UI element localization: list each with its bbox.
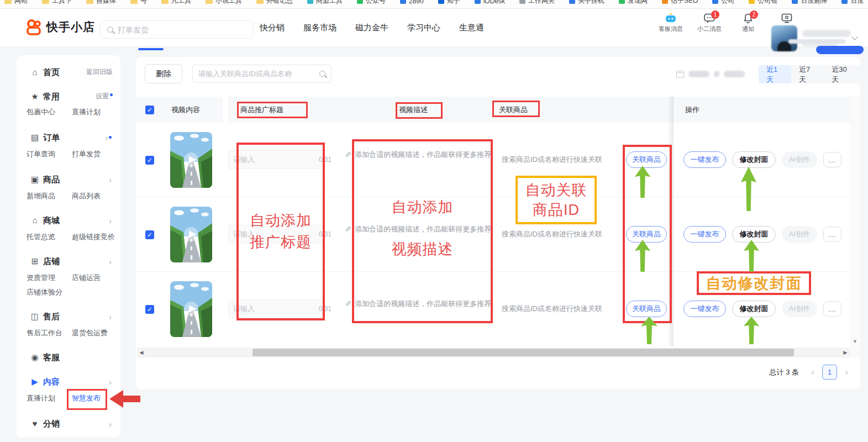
bookmark-item[interactable]: 头手挂机: [569, 0, 604, 6]
avatar[interactable]: [771, 25, 797, 51]
sidebar-link-qualification[interactable]: 资质管理: [27, 273, 55, 283]
change-cover-button[interactable]: 修改封面: [732, 151, 776, 168]
nav-learning-center[interactable]: 学习中心: [407, 23, 440, 33]
horizontal-scrollbar-thumb[interactable]: [252, 349, 794, 356]
video-thumbnail[interactable]: [170, 281, 212, 337]
bookmark-item[interactable]: 网站: [4, 0, 28, 6]
one-click-publish-button[interactable]: 一键发布: [683, 151, 726, 168]
video-thumbnail[interactable]: [170, 132, 212, 188]
change-cover-button[interactable]: 修改封面: [732, 226, 776, 243]
bookmark-item[interactable]: 工作网关: [519, 0, 555, 6]
bookmark-item[interactable]: 公司: [712, 0, 734, 6]
sidebar-item-frequently-used[interactable]: ★常用设置: [17, 92, 120, 104]
ai-create-button[interactable]: AI创作: [782, 151, 817, 168]
sidebar-link-hosting-overview[interactable]: 托管总览: [27, 232, 55, 242]
range-tab-7days[interactable]: 近7天: [791, 65, 824, 83]
bookmark-item[interactable]: 发现网: [619, 0, 648, 6]
range-tab-30days[interactable]: 近30天: [824, 65, 860, 83]
sidebar-link-live-plan[interactable]: 直播计划: [72, 107, 101, 117]
back-to-old-version-link[interactable]: 返回旧版: [86, 67, 113, 77]
sidebar-link-live-plan-content[interactable]: 直播计划: [27, 393, 55, 403]
desc-field[interactable]: ✎ 添加合适的视频描述，作品能获得更多推荐: [345, 149, 493, 160]
vertical-scrollbar[interactable]: ▼: [850, 97, 860, 357]
bookmark-item[interactable]: iODesk: [475, 0, 505, 5]
bookmark-item[interactable]: 估子SEO: [662, 0, 698, 6]
sidebar-link-shop-operation[interactable]: 店铺运营: [72, 273, 101, 283]
bookmark-item[interactable]: 公众号: [357, 0, 386, 6]
product-search-field[interactable]: 搜索商品ID或名称进行快速关联: [502, 155, 602, 165]
more-actions-button[interactable]: ...: [823, 152, 841, 167]
sidebar-link-smart-publish[interactable]: 智慧发布: [72, 393, 101, 403]
bookmark-item[interactable]: 自媒体: [86, 0, 116, 6]
sidebar-link-super-link-bidding[interactable]: 超级链接竞价: [72, 232, 115, 242]
header-search-input[interactable]: [118, 25, 246, 34]
link-product-button[interactable]: 关联商品: [626, 226, 667, 243]
sidebar-link-print-ship[interactable]: 打单发货: [72, 149, 101, 159]
date-range-picker[interactable]: [676, 67, 755, 81]
row-checkbox[interactable]: ✓: [145, 230, 154, 239]
prev-page-button[interactable]: ‹: [809, 366, 817, 378]
nav-service-market[interactable]: 服务市场: [303, 23, 336, 33]
bookmark-item[interactable]: 百度翻译: [792, 0, 827, 6]
table-search-input[interactable]: [198, 70, 315, 78]
sidebar-link-order-query[interactable]: 订单查询: [27, 149, 55, 159]
title-input[interactable]: 请输入 0/31: [228, 150, 323, 169]
nav-shengyitong[interactable]: 生意通: [459, 23, 484, 33]
sidebar-item-home[interactable]: ⌂首页返回旧版: [17, 67, 120, 80]
sidebar-item-distribution[interactable]: ♥分销›: [17, 419, 120, 431]
nav-kuaifenxiao[interactable]: 快分销: [260, 23, 285, 33]
bookmark-item[interactable]: 公司链: [749, 0, 777, 6]
customer-service-message-button[interactable]: 客服消息: [657, 13, 684, 33]
delete-button[interactable]: 删除: [145, 64, 182, 83]
bookmark-item[interactable]: 小说工具: [206, 0, 242, 6]
sidebar-link-product-list[interactable]: 商品列表: [72, 191, 101, 201]
sidebar-link-package-center[interactable]: 包裹中心: [27, 107, 55, 117]
notifications-button[interactable]: 2 通知: [735, 13, 761, 33]
video-thumbnail[interactable]: [170, 207, 212, 262]
product-search-field[interactable]: 搜索商品ID或名称进行快速关联: [502, 229, 602, 239]
desc-field[interactable]: ✎ 添加合适的视频描述，作品能获得更多推荐: [345, 298, 493, 309]
change-cover-button[interactable]: 修改封面: [732, 301, 776, 317]
sidebar-item-content[interactable]: ▶内容›: [17, 377, 120, 389]
row-checkbox[interactable]: ✓: [145, 305, 154, 314]
sidebar-item-customer-service[interactable]: ◉客服: [17, 352, 120, 365]
product-search-field[interactable]: 搜索商品ID或名称进行快速关联: [502, 304, 602, 314]
select-all-checkbox[interactable]: ✓: [145, 97, 154, 123]
more-actions-button[interactable]: ...: [823, 301, 841, 317]
scroll-left-arrow-icon[interactable]: ◀: [137, 350, 146, 355]
scroll-right-arrow-icon[interactable]: ▶: [841, 350, 850, 355]
ai-create-button[interactable]: AI创作: [782, 226, 817, 243]
sidebar-link-aftersale-workbench[interactable]: 售后工作台: [27, 328, 62, 338]
sidebar-link-return-freight[interactable]: 退货包运费: [72, 328, 108, 338]
bookmark-item[interactable]: 号: [130, 0, 147, 6]
link-product-button[interactable]: 关联商品: [626, 151, 667, 168]
horizontal-scrollbar[interactable]: ◀ ▶: [137, 348, 850, 357]
bookmark-item[interactable]: 知乎: [438, 0, 460, 6]
bookmark-item[interactable]: 2890: [400, 0, 424, 5]
partially-visible-blue-button[interactable]: [816, 46, 864, 54]
ai-create-button[interactable]: AI创作: [782, 301, 817, 317]
bookmark-item[interactable]: 外链记总: [256, 0, 293, 6]
table-search-box[interactable]: [192, 65, 332, 83]
nav-cili-jinniu[interactable]: 磁力金牛: [355, 23, 388, 33]
page-1-button[interactable]: 1: [822, 365, 837, 380]
chevron-down-icon[interactable]: [851, 34, 858, 40]
more-actions-button[interactable]: ...: [823, 227, 841, 242]
desc-field[interactable]: ✎ 添加合适的视频描述，作品能获得更多推荐: [345, 224, 493, 234]
range-tab-1day[interactable]: 近1天: [759, 65, 791, 83]
bookmark-item[interactable]: 凡工具: [161, 0, 191, 6]
sidebar-item-mall[interactable]: ⌂商城›: [17, 215, 120, 228]
scroll-down-arrow-icon[interactable]: ▼: [850, 339, 860, 344]
bookmark-item[interactable]: 百度: [841, 0, 864, 6]
one-click-publish-button[interactable]: 一键发布: [683, 301, 726, 317]
sidebar-link-shop-experience-score[interactable]: 店铺体验分: [27, 287, 62, 297]
bookmark-item[interactable]: 商盟工具: [307, 0, 343, 6]
sidebar-item-shop[interactable]: ⊞店铺›: [17, 256, 120, 269]
header-search-box[interactable]: [100, 20, 254, 39]
kuaishou-logo[interactable]: 快手小店: [25, 19, 95, 35]
bookmark-item[interactable]: 工具下: [42, 0, 72, 6]
title-input[interactable]: 请输入 0/31: [228, 225, 323, 244]
sidebar-item-orders[interactable]: ▤订单›: [17, 133, 120, 145]
link-product-button[interactable]: 关联商品: [626, 301, 667, 317]
one-click-publish-button[interactable]: 一键发布: [683, 226, 726, 243]
